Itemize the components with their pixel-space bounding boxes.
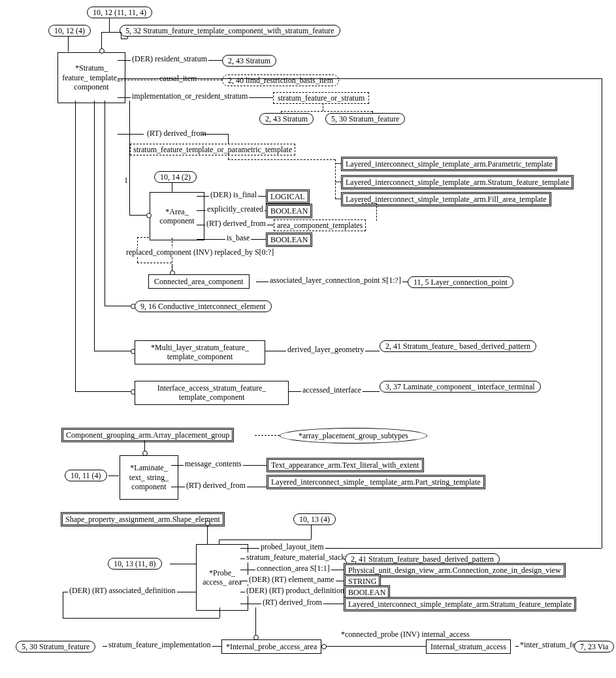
ref-10-12-4: 10, 12 (4) xyxy=(48,25,91,37)
entity-area-component: *Area_ component xyxy=(150,192,204,240)
label-stratum-feature-implementation: stratum_feature_implementation xyxy=(107,640,212,650)
label-implementation-or-resident: implementation_or_resident_stratum xyxy=(131,91,249,101)
ref-stratum-feature-template-component-with: 5, 32 Stratum_feature_template_component… xyxy=(120,25,340,37)
label-resident-stratum: (DER) resident_stratum xyxy=(131,54,208,64)
label-cardinality-1: 1 xyxy=(123,176,129,186)
label-connected-probe: *connected_probe (INV) internal_access xyxy=(340,630,471,639)
select-area-component-templates: area_component_templates xyxy=(274,219,366,231)
ref-10-13-11-8: 10, 13 (11, 8) xyxy=(108,558,162,570)
entity-connected-area-component: Connected_area_component xyxy=(148,274,250,289)
ref-limd-restriction: 2, 40 limd_restriction_basis_item xyxy=(222,74,339,86)
type-boolean-3: BOOLEAN xyxy=(345,587,389,598)
label-connection-area: connection_area S[1:1] xyxy=(255,564,331,573)
label-rt-derived-from-1: (RT) derived_from xyxy=(146,129,208,138)
entity-internal-probe-access-area: *Internal_probe_access_area xyxy=(221,639,321,654)
type-logical: LOGICAL xyxy=(267,191,308,202)
entity-interface-access-stratum-feature: Interface_access_stratum_feature_ templa… xyxy=(135,381,289,405)
label-associated-layer-connection: associated_layer_connection_point S[1:?] xyxy=(268,276,402,285)
label-replaced-component: replaced_component (INV) replaced_by S[0… xyxy=(125,248,275,257)
ext-text-literal: Text_appearance_arm.Text_literal_with_ex… xyxy=(268,459,423,471)
entity-stratum-feature-template-component: *Stratum_ feature_ template_ component xyxy=(57,52,125,103)
label-explicitly-created: explicitly_created xyxy=(206,204,265,214)
ref-7-23-via: 7, 23 Via xyxy=(574,641,614,653)
ext-connection-zone: Physical_unit_design_view_arm.Connection… xyxy=(345,564,564,576)
entity-probe-access-area: *Probe_ access_ area xyxy=(196,544,248,611)
ext-stratum-feature-template: Layered_interconnect_simple_template_arm… xyxy=(342,176,572,188)
ref-2-43-stratum-b: 2, 43 Stratum xyxy=(259,113,314,125)
label-message-contents: message_contents xyxy=(184,459,243,469)
ref-5-30-stratum-feature: 5, 30 Stratum_feature xyxy=(325,113,405,125)
label-der-rt-element-name: (DER) (RT) element_name xyxy=(248,575,336,585)
label-stratum-feature-material-stackup: stratum_feature_material_stackup xyxy=(245,553,354,562)
entity-laminate-text-string-component: *Laminate_ text_ string_ component xyxy=(120,455,178,500)
label-rt-derived-from-4: (RT) derived_from xyxy=(261,598,323,607)
select-stratum-feature-or-stratum: stratum_feature_or_stratum xyxy=(273,92,369,104)
ref-2-43-stratum-a: 2, 43 Stratum xyxy=(222,55,276,67)
ref-10-12-11-11-4: 10, 12 (11, 11, 4) xyxy=(87,7,152,18)
label-rt-derived-from-3: (RT) derived_from xyxy=(185,481,247,491)
type-boolean-1: BOOLEAN xyxy=(267,205,311,217)
label-associated-definition: (DER) (RT) associated_definition xyxy=(68,586,177,596)
ext-part-string-template: Layered_interconnect_simple_ template_ar… xyxy=(268,476,484,488)
label-accessed-interface: accessed_interface xyxy=(301,385,363,395)
type-boolean-2: BOOLEAN xyxy=(267,234,311,246)
label-rt-derived-from-2: (RT) derived_from xyxy=(205,219,267,229)
select-stratum-feature-template-or-parametric: stratum_feature_template_or_parametric_t… xyxy=(130,144,295,155)
ext-array-placement-group: Component_grouping_arm.Array_placement_g… xyxy=(63,429,233,441)
ext-stratum-feature-template-2: Layered_interconnect_simple_template_arm… xyxy=(345,598,575,610)
ref-stratum-feature-based-derived-2: 2, 41 Stratum_feature_based_derived_patt… xyxy=(345,553,500,565)
ref-stratum-feature-based-derived: 2, 41 Stratum_feature_ based_derived_pat… xyxy=(380,340,536,352)
ref-10-11-4: 10, 11 (4) xyxy=(65,470,107,481)
ref-10-13-4: 10, 13 (4) xyxy=(293,513,336,525)
entity-multi-layer-stratum-feature: *Multi_layer_stratum_feature_ template_c… xyxy=(135,340,265,364)
ref-10-14-2: 10, 14 (2) xyxy=(154,171,197,183)
ref-conductive-interconnect: 9, 16 Conductive_interconnect_element xyxy=(135,300,272,312)
label-probed-layout-item: probed_layout_item xyxy=(259,542,325,552)
ref-5-30-stratum-feature-b: 5, 30 Stratum_feature xyxy=(16,641,95,653)
ref-layer-connection-point: 11, 5 Layer_connection_point xyxy=(408,276,513,288)
select-array-placement-group-subtypes: *array_placement_group_subtypes xyxy=(280,428,427,444)
ext-shape-element: Shape_property_assignment_arm.Shape_elem… xyxy=(62,513,223,525)
label-der-is-final: (DER) is_final xyxy=(209,190,258,200)
label-derived-layer-geometry: derived_layer_geometry xyxy=(286,345,365,355)
entity-internal-stratum-access: Internal_stratum_access xyxy=(426,639,511,654)
ext-parametric-template: Layered_interconnect_simple_template_arm… xyxy=(342,158,556,170)
ref-laminate-component-interface: 3, 37 Laminate_component_ interface_term… xyxy=(380,381,541,393)
label-is-base: is_base xyxy=(225,233,251,243)
label-der-rt-product-definitional: (DER) (RT) product_definitional xyxy=(245,586,351,596)
